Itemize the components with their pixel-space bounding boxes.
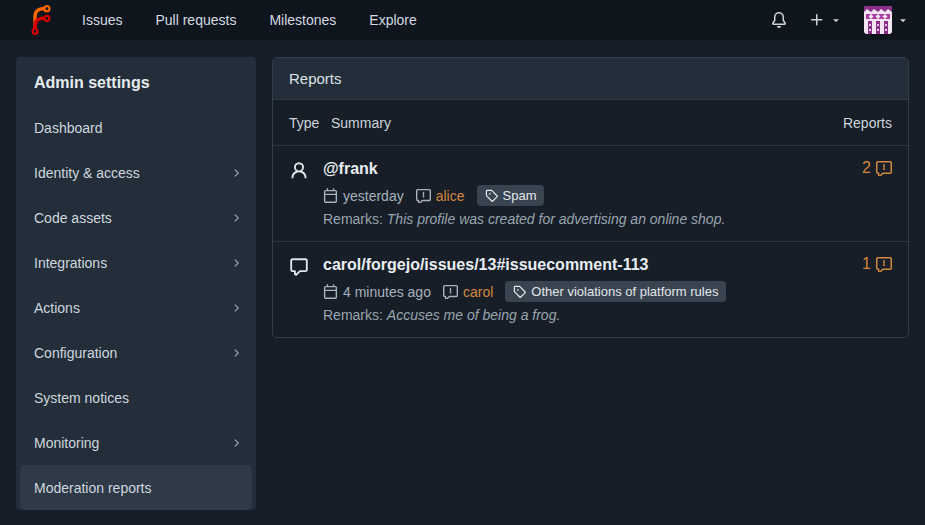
report-row: carol/forgejo/issues/13#issuecomment-113… bbox=[273, 242, 908, 337]
column-header-summary: Summary bbox=[323, 115, 802, 131]
sidebar-item-system-notices[interactable]: System notices bbox=[16, 375, 256, 420]
report-reporter: carol bbox=[443, 282, 493, 302]
main-content: Reports Type Summary Reports @frank yest… bbox=[272, 57, 909, 338]
sidebar-item-moderation-reports[interactable]: Moderation reports bbox=[20, 465, 252, 510]
report-remarks: Remarks: Accuses me of being a frog. bbox=[323, 306, 802, 325]
report-summary: carol/forgejo/issues/13#issuecomment-113… bbox=[323, 254, 802, 325]
nav-link-milestones[interactable]: Milestones bbox=[269, 12, 336, 28]
sidebar-title: Admin settings bbox=[16, 57, 256, 105]
reports-table-header: Type Summary Reports bbox=[273, 100, 908, 146]
reporter-link[interactable]: alice bbox=[436, 186, 465, 206]
report-title-link[interactable]: carol/forgejo/issues/13#issuecomment-113 bbox=[323, 254, 802, 276]
sidebar-item-actions[interactable]: Actions bbox=[16, 285, 256, 330]
chevron-right-icon bbox=[230, 257, 242, 269]
user-menu-dropdown[interactable] bbox=[864, 6, 909, 34]
chevron-down-icon bbox=[897, 14, 909, 26]
column-header-type: Type bbox=[289, 115, 323, 131]
report-meta: yesterday alice Spam bbox=[323, 185, 802, 206]
chevron-right-icon bbox=[230, 302, 242, 314]
report-reporter: alice bbox=[416, 186, 465, 206]
report-title-link[interactable]: @frank bbox=[323, 158, 802, 180]
sidebar-item-code-assets[interactable]: Code assets bbox=[16, 195, 256, 240]
report-summary: @frank yesterday alice Spam bbox=[323, 158, 802, 229]
report-remarks: Remarks: This profile was created for ad… bbox=[323, 210, 802, 229]
nav-link-explore[interactable]: Explore bbox=[369, 12, 416, 28]
notifications-bell-icon[interactable] bbox=[771, 12, 787, 28]
reports-panel: Reports Type Summary Reports @frank yest… bbox=[272, 57, 909, 338]
forgejo-logo-icon[interactable] bbox=[26, 5, 56, 35]
column-header-reports: Reports bbox=[802, 115, 892, 131]
navbar-right bbox=[771, 6, 909, 34]
tag-icon bbox=[513, 285, 526, 298]
report-icon bbox=[416, 188, 431, 203]
report-category-label: Spam bbox=[477, 185, 545, 206]
user-avatar bbox=[864, 6, 892, 34]
tag-icon bbox=[485, 189, 498, 202]
chevron-right-icon bbox=[230, 347, 242, 359]
top-navbar: Issues Pull requests Milestones Explore bbox=[0, 0, 925, 40]
reporter-link[interactable]: carol bbox=[463, 282, 493, 302]
chevron-right-icon bbox=[230, 167, 242, 179]
report-count-link[interactable]: 2 bbox=[802, 158, 892, 229]
report-category-label: Other violations of platform rules bbox=[505, 281, 726, 302]
sidebar-item-monitoring[interactable]: Monitoring bbox=[16, 420, 256, 465]
report-icon bbox=[876, 256, 892, 272]
plus-icon bbox=[809, 12, 825, 28]
report-row: @frank yesterday alice Spam bbox=[273, 146, 908, 242]
chevron-down-icon bbox=[830, 14, 842, 26]
person-icon bbox=[289, 158, 323, 229]
report-count-link[interactable]: 1 bbox=[802, 254, 892, 325]
sidebar-item-identity-access[interactable]: Identity & access bbox=[16, 150, 256, 195]
create-new-dropdown[interactable] bbox=[809, 12, 842, 28]
sidebar-item-integrations[interactable]: Integrations bbox=[16, 240, 256, 285]
report-icon bbox=[443, 284, 458, 299]
nav-link-issues[interactable]: Issues bbox=[82, 12, 122, 28]
calendar-icon bbox=[323, 188, 338, 203]
report-meta: 4 minutes ago carol Other violations of … bbox=[323, 281, 802, 302]
report-time: 4 minutes ago bbox=[323, 282, 431, 302]
report-time: yesterday bbox=[323, 186, 404, 206]
report-icon bbox=[876, 160, 892, 176]
page-layout: Admin settings Dashboard Identity & acce… bbox=[0, 40, 925, 510]
panel-title: Reports bbox=[273, 58, 908, 100]
calendar-icon bbox=[323, 284, 338, 299]
chevron-right-icon bbox=[230, 212, 242, 224]
main-nav: Issues Pull requests Milestones Explore bbox=[82, 12, 417, 28]
comment-icon bbox=[289, 254, 323, 325]
nav-link-pull-requests[interactable]: Pull requests bbox=[155, 12, 236, 28]
sidebar-item-dashboard[interactable]: Dashboard bbox=[16, 105, 256, 150]
sidebar-item-configuration[interactable]: Configuration bbox=[16, 330, 256, 375]
admin-settings-sidebar: Admin settings Dashboard Identity & acce… bbox=[16, 57, 256, 510]
chevron-right-icon bbox=[230, 437, 242, 449]
